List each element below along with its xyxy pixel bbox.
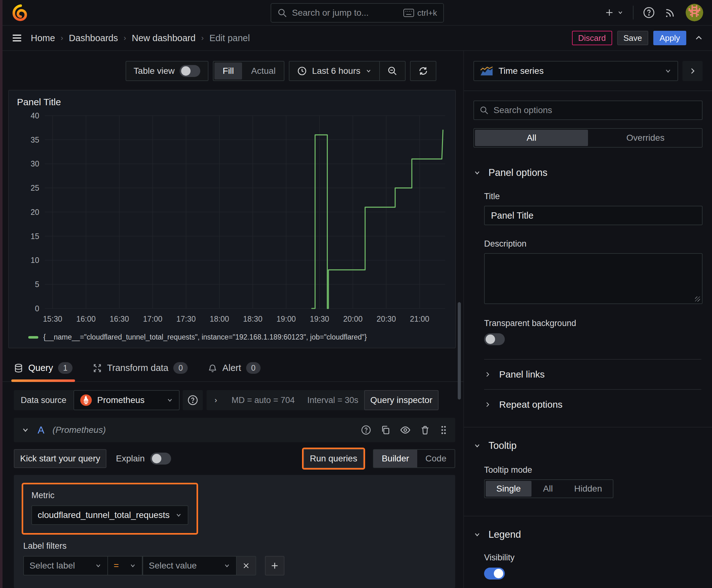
news-rss-icon[interactable] xyxy=(664,6,676,19)
breadcrumb-new-dashboard[interactable]: New dashboard xyxy=(132,33,196,43)
time-series-chart[interactable]: 051015202530354015:3016:0016:3017:0017:3… xyxy=(17,110,447,331)
global-search[interactable]: Search or jump to... ctrl+k xyxy=(271,3,444,23)
code-option[interactable]: Code xyxy=(417,450,455,467)
time-picker-group: Last 6 hours xyxy=(289,61,406,81)
series-label[interactable]: {__name__="cloudflared_tunnel_total_requ… xyxy=(43,333,367,341)
time-range-label: Last 6 hours xyxy=(312,66,360,76)
query-options-summary[interactable]: › MD = auto = 704 Interval = 30s xyxy=(207,390,367,410)
explain-toggle[interactable] xyxy=(150,453,171,465)
legend-section[interactable]: Legend xyxy=(473,529,703,540)
chevron-right-icon: › xyxy=(215,396,217,404)
hamburger-menu-icon[interactable] xyxy=(11,33,23,44)
actual-option[interactable]: Actual xyxy=(243,66,284,76)
resize-grip-icon[interactable] xyxy=(695,296,700,301)
panel-links-section[interactable]: Panel links xyxy=(484,360,703,389)
query-row-header[interactable]: A (Prometheus) xyxy=(14,418,455,442)
save-button[interactable]: Save xyxy=(617,31,648,45)
breadcrumb-bar: Home › Dashboards › New dashboard › Edit… xyxy=(2,26,712,51)
visibility-label: Visibility xyxy=(484,553,703,563)
search-placeholder: Search or jump to... xyxy=(292,8,398,18)
window-edge xyxy=(0,0,2,588)
time-range-picker[interactable]: Last 6 hours xyxy=(289,62,379,80)
transparent-background-toggle[interactable] xyxy=(484,333,505,345)
datasource-help-button[interactable] xyxy=(183,390,203,410)
query-help-icon[interactable] xyxy=(361,425,371,435)
breadcrumb-dashboards[interactable]: Dashboards xyxy=(69,33,118,43)
bell-icon xyxy=(208,363,217,373)
tab-overrides[interactable]: Overrides xyxy=(589,129,702,147)
discard-button[interactable]: Discard xyxy=(572,31,612,45)
grafana-logo-icon[interactable] xyxy=(11,4,29,21)
svg-text:16:00: 16:00 xyxy=(76,315,96,323)
drag-handle-icon[interactable] xyxy=(439,425,448,435)
query-builder-body: Metric cloudflared_tunnel_total_requests… xyxy=(14,475,455,588)
remove-filter-button[interactable] xyxy=(237,556,256,575)
breadcrumb-home[interactable]: Home xyxy=(31,33,55,43)
tooltip-all-option[interactable]: All xyxy=(533,480,563,498)
user-avatar[interactable] xyxy=(686,4,703,21)
zoom-out-button[interactable] xyxy=(380,62,405,80)
select-value-dropdown[interactable]: Select value xyxy=(143,556,237,575)
datasource-row: Data source Prometheus xyxy=(2,382,463,410)
svg-text:18:00: 18:00 xyxy=(210,315,229,323)
tooltip-section[interactable]: Tooltip xyxy=(473,440,703,451)
description-label: Description xyxy=(484,239,703,249)
select-label-dropdown[interactable]: Select label xyxy=(23,556,108,575)
refresh-button[interactable] xyxy=(410,61,436,81)
svg-text:15:30: 15:30 xyxy=(43,315,63,323)
label-filters-label: Label filters xyxy=(23,541,446,551)
delete-query-trash-icon[interactable] xyxy=(420,425,430,435)
kick-start-query-button[interactable]: Kick start your query xyxy=(14,449,106,468)
run-queries-button[interactable]: Run queries xyxy=(304,449,364,468)
help-icon[interactable] xyxy=(643,6,655,19)
chart-legend: {__name__="cloudflared_tunnel_total_requ… xyxy=(17,332,447,344)
search-options-input[interactable]: Search options xyxy=(473,101,703,120)
hide-query-eye-icon[interactable] xyxy=(400,425,411,435)
table-view-group: Table view xyxy=(126,61,209,81)
svg-text:10: 10 xyxy=(31,256,39,265)
tooltip-single-option[interactable]: Single xyxy=(486,481,532,497)
clock-icon xyxy=(297,66,307,76)
top-nav: Search or jump to... ctrl+k xyxy=(2,0,712,26)
repeat-options-section[interactable]: Repeat options xyxy=(484,390,703,419)
metric-select[interactable]: cloudflared_tunnel_total_requests xyxy=(31,505,188,525)
svg-text:17:00: 17:00 xyxy=(143,315,163,323)
options-scope-tabs: All Overrides xyxy=(473,128,703,148)
help-circle-icon xyxy=(188,395,198,405)
apply-button[interactable]: Apply xyxy=(653,31,686,45)
svg-text:20:30: 20:30 xyxy=(377,315,396,323)
description-textarea[interactable] xyxy=(484,253,703,304)
series-color-swatch xyxy=(28,336,38,339)
legend-visibility-toggle[interactable] xyxy=(484,568,505,580)
builder-option[interactable]: Builder xyxy=(373,450,417,467)
add-new-button[interactable] xyxy=(605,8,624,17)
visualization-picker[interactable]: Time series xyxy=(473,61,678,81)
divider xyxy=(633,6,633,19)
main-scrollbar[interactable] xyxy=(458,302,461,400)
fill-option[interactable]: Fill xyxy=(214,63,242,80)
tab-transform-data[interactable]: Transform data 0 xyxy=(93,362,188,381)
collapse-sidebar-button[interactable] xyxy=(683,61,703,81)
svg-text:35: 35 xyxy=(31,136,39,144)
panel-options-section[interactable]: Panel options xyxy=(473,167,703,178)
operator-dropdown[interactable]: = xyxy=(108,556,143,575)
duplicate-query-icon[interactable] xyxy=(381,425,390,435)
collapse-up-icon[interactable] xyxy=(694,34,703,42)
datasource-label: Data source xyxy=(14,390,73,410)
panel-title[interactable]: Panel Title xyxy=(17,97,447,107)
tooltip-mode-switch: Single All Hidden xyxy=(484,479,613,498)
tab-all[interactable]: All xyxy=(475,130,588,146)
add-filter-button[interactable] xyxy=(265,556,284,575)
datasource-picker[interactable]: Prometheus xyxy=(73,390,179,410)
query-inspector-button[interactable]: Query inspector xyxy=(364,390,439,410)
tooltip-hidden-option[interactable]: Hidden xyxy=(563,480,613,498)
panel-title-input[interactable]: Panel Title xyxy=(484,206,703,225)
query-datasource-hint: (Prometheus) xyxy=(52,425,106,435)
svg-text:20:00: 20:00 xyxy=(343,315,363,323)
tab-query[interactable]: Query 1 xyxy=(14,362,72,381)
tab-alert[interactable]: Alert 0 xyxy=(208,362,261,381)
chevron-down-icon xyxy=(166,397,173,404)
chevron-right-icon: › xyxy=(124,34,126,42)
table-view-toggle[interactable] xyxy=(179,65,200,77)
svg-text:17:30: 17:30 xyxy=(176,315,196,323)
